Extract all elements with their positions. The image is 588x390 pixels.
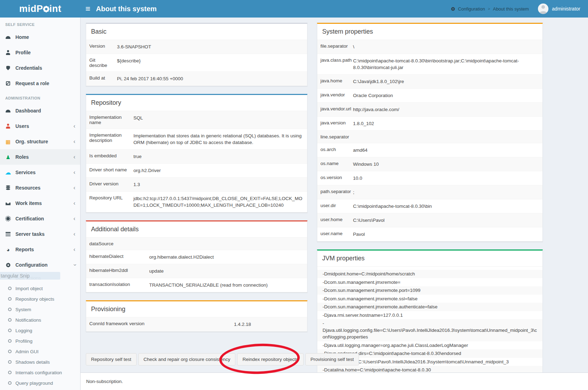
submenu-item-label: Admin GUI [15, 349, 39, 354]
property-row: os.arch amd64 [317, 143, 542, 157]
jvm-argument: -Dmidpoint.home=C:/midpoint/home/scratch [317, 270, 542, 278]
property-label: dataSource [86, 238, 148, 250]
configuration-submenu-item[interactable]: Shadows details [0, 357, 80, 367]
sidebar-item-services[interactable]: ☁ Services ‹ [0, 165, 80, 180]
circle-o-icon [8, 318, 12, 322]
sidebar-item-dashboard[interactable]: Dashboard [0, 103, 80, 118]
property-row: java.version 1.8.0_102 [317, 117, 542, 131]
configuration-submenu-item[interactable]: System [0, 304, 80, 315]
breadcrumb-separator: > [488, 7, 490, 11]
property-label: Implementation name [86, 111, 133, 129]
panel-provisioning: Provisioning ConnId framework version 1.… [86, 300, 307, 332]
panel-title: Additional details [86, 221, 307, 238]
sidebar-item-roles[interactable]: ♟ Roles ‹ [0, 149, 80, 165]
configuration-submenu-item[interactable]: Notifications [0, 315, 80, 325]
sidebar-item-server-tasks[interactable]: Server tasks ‹ [0, 226, 80, 242]
property-label: os.version [317, 171, 352, 185]
property-row: os.version 10.0 [317, 171, 542, 185]
configuration-submenu-item[interactable]: Admin GUI [0, 346, 80, 357]
panel-additional-details: Additional details dataSource hibernateD… [86, 220, 307, 293]
tachometer-icon [5, 109, 11, 112]
sidebar-item-configuration[interactable]: Configuration ‹ [0, 257, 80, 273]
property-value: SQL [133, 111, 307, 129]
sidebar-item-resources[interactable]: Resources ‹ [0, 180, 80, 196]
submenu-item-label: Shadows details [15, 360, 50, 365]
user-icon [5, 50, 11, 55]
panel-title: Basic [86, 24, 307, 40]
sidebar-item-home[interactable]: Home [0, 29, 80, 45]
main-content: Basic Version 3.6-SNAPSHOT Git describe … [81, 18, 588, 390]
chevron-left-icon: ‹ [74, 185, 75, 191]
configuration-submenu-item[interactable]: Internals configuration [0, 367, 80, 378]
property-label: hibernateHbm2ddl [86, 264, 148, 278]
property-label: os.arch [317, 143, 352, 157]
configuration-submenu-item[interactable]: Import object [0, 283, 80, 294]
sidebar-item-org-structure[interactable]: ▦ Org. structure ‹ [0, 134, 80, 149]
logo-text-pre: midP [19, 4, 43, 14]
property-label: Driver short name [86, 164, 133, 177]
breadcrumb-page[interactable]: About this system [493, 6, 529, 12]
menu-toggle-icon[interactable]: ≡ [85, 5, 90, 13]
property-label: java.vendor.url [317, 103, 352, 116]
jvm-argument: -Dcom.sun.management.jmxremote= [317, 278, 542, 287]
property-value: Pavol [352, 227, 542, 241]
breadcrumb-section[interactable]: Configuration [458, 6, 485, 12]
property-row: java.class.path C:\midpoint\apache-tomca… [317, 54, 542, 75]
property-row: Driver short name org.h2.Driver [86, 164, 307, 178]
jvm-argument: -Djava.util.logging.config.file=C:\Users… [317, 319, 542, 341]
property-label: java.vendor [317, 89, 352, 102]
submenu-item-label: Repository objects [15, 296, 54, 302]
circle-o-icon [8, 381, 12, 385]
property-value: org.h2.Driver [133, 164, 307, 177]
sidebar-item-credentials[interactable]: Credentials [0, 60, 80, 76]
sidebar-item-users[interactable]: Users ‹ [0, 118, 80, 134]
submenu-item-label: Import object [15, 286, 43, 291]
sidebar-item-reports[interactable]: ◕ Reports ‹ [0, 242, 80, 257]
gear-icon [5, 262, 11, 268]
jvm-argument: -Dcom.sun.management.jmxremote.authentic… [317, 303, 542, 311]
sidebar-item-request-a-role[interactable]: Request a role [0, 76, 80, 91]
property-label: line.separator [317, 131, 352, 143]
chevron-down-icon: ‹ [71, 264, 77, 266]
username: administrator [552, 6, 580, 12]
action-button-bar: Repository self test Check and repair or… [86, 353, 359, 365]
chevron-left-icon: ‹ [74, 123, 75, 129]
property-row: os.name Windows 10 [317, 157, 542, 171]
configuration-submenu-item[interactable]: Profiling [0, 336, 80, 346]
property-row: java.vendor.url http://java.oracle.com/ [317, 103, 542, 117]
property-row: user.home C:\Users\Pavol [317, 213, 542, 227]
property-label: Implementation description [86, 129, 133, 149]
inbox-icon [5, 201, 11, 205]
circle-o-icon [8, 371, 12, 374]
property-value [352, 131, 542, 143]
provisioning-self-test-button[interactable]: Provisioning self test [305, 353, 359, 365]
sidebar-item-work-items[interactable]: Work items ‹ [0, 196, 80, 211]
jvm-argument: -Dcom.sun.management.jmxremote.port=1099 [317, 286, 542, 295]
gear-icon [451, 7, 455, 11]
jvm-argument: -Djava.util.logging.manager=org.apache.j… [317, 341, 542, 350]
user-menu[interactable]: administrator [538, 4, 580, 14]
chevron-left-icon: ‹ [74, 216, 75, 221]
panel-title: Provisioning [86, 301, 307, 317]
subscription-status: Non-subscription. [86, 379, 123, 384]
property-label: os.name [317, 157, 352, 171]
submenu-item-label: Internals configuration [15, 370, 62, 375]
reindex-repository-objects-button[interactable]: Reindex repository objects [237, 353, 303, 365]
configuration-submenu-item[interactable]: Query playground [0, 378, 80, 388]
circle-o-icon [8, 308, 12, 311]
circle-o-icon [8, 297, 12, 301]
sidebar-item-profile[interactable]: Profile [0, 45, 80, 60]
repository-self-test-button[interactable]: Repository self test [86, 353, 137, 365]
midpoint-logo[interactable]: midPint [0, 0, 81, 18]
check-and-repair-org-closure-button[interactable]: Check and repair org closure consistency [138, 353, 236, 365]
configuration-submenu-item[interactable]: Repository objects [0, 294, 80, 304]
panel-basic: Basic Version 3.6-SNAPSHOT Git describe … [86, 23, 307, 86]
panel-jvm-properties: JVM properties -Dmidpoint.home=C:/midpoi… [317, 249, 543, 386]
property-row: Implementation name SQL [86, 111, 307, 129]
property-row: line.separator [317, 131, 542, 143]
configuration-submenu-item[interactable]: Logging [0, 325, 80, 336]
property-row: Git describe ${describe} [86, 54, 307, 72]
property-value: true [133, 150, 307, 163]
sidebar-item-certification[interactable]: Certification ‹ [0, 211, 80, 226]
property-row: java.home C:\Java\jdk1.8.0_102\jre [317, 75, 542, 89]
